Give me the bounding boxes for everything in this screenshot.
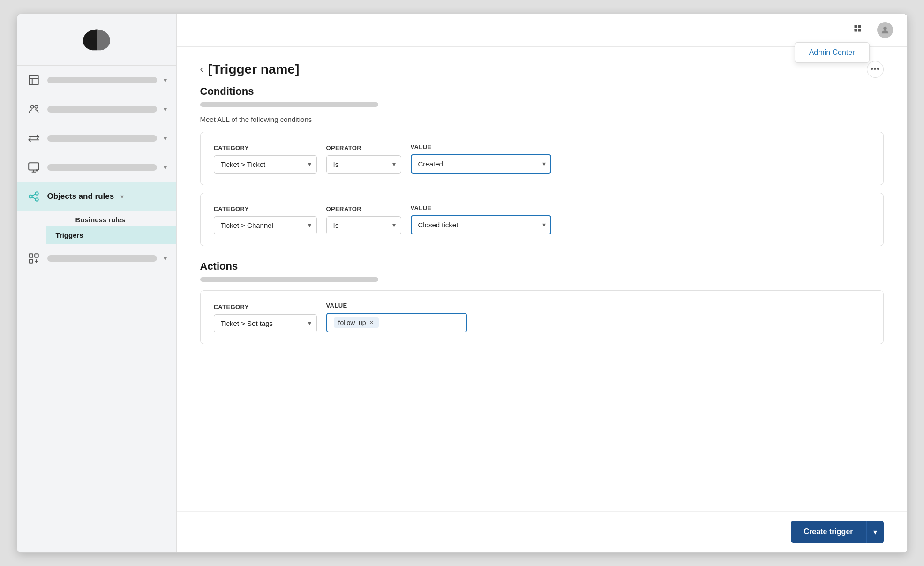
main-content: Admin Center ‹ [Trigger name] ••• Condit…: [177, 14, 907, 552]
sidebar-item-channels[interactable]: ▾: [17, 124, 176, 153]
condition-2-value-label: Value: [411, 204, 551, 211]
zendesk-logo-icon: [80, 25, 113, 53]
sidebar-item-people[interactable]: ▾: [17, 95, 176, 124]
svg-rect-17: [29, 254, 33, 257]
sidebar-people-chevron: ▾: [164, 106, 167, 113]
content-area: ‹ [Trigger name] ••• Conditions Meet ALL…: [177, 47, 907, 511]
svg-rect-8: [29, 163, 39, 170]
sidebar-workspace-label-bar: [47, 164, 157, 171]
svg-point-14: [35, 198, 38, 201]
sidebar-apps-label-bar: [47, 255, 157, 262]
condition-1-operator-label: Operator: [326, 144, 401, 151]
sidebar-channels-chevron: ▾: [164, 135, 167, 142]
more-options-button[interactable]: •••: [867, 61, 884, 78]
condition-2-category-wrapper: Ticket > Channel: [214, 216, 317, 234]
breadcrumb: ‹ [Trigger name] •••: [200, 61, 884, 78]
condition-1-category-label: Category: [214, 144, 317, 151]
grid-icon[interactable]: [851, 22, 868, 38]
conditions-subtitle: Meet ALL of the following conditions: [200, 115, 884, 123]
objects-icon: [27, 189, 41, 204]
sidebar-subnav-parent-label: Business rules: [46, 211, 176, 226]
sidebar-subitem-triggers[interactable]: Triggers: [46, 226, 176, 244]
monitor-icon: [27, 160, 41, 174]
apps-icon: [27, 251, 41, 265]
sidebar-subnav-objects: Business rules Triggers: [17, 211, 176, 244]
svg-rect-18: [35, 254, 38, 257]
condition-2-category-group: Category Ticket > Channel: [214, 205, 317, 234]
back-arrow-icon[interactable]: ‹: [200, 63, 203, 75]
sidebar-org-label-bar: [47, 77, 157, 83]
action-1-category-wrapper: Ticket > Set tags: [214, 314, 317, 332]
topbar: Admin Center: [177, 14, 907, 47]
sidebar: ▾ ▾: [17, 14, 177, 552]
action-row-1: Category Ticket > Set tags Value: [200, 290, 884, 344]
svg-point-11: [36, 169, 38, 171]
sidebar-item-objects[interactable]: Objects and rules ▾: [17, 182, 176, 211]
tag-text: follow_up: [338, 319, 366, 326]
sidebar-logo: [17, 14, 176, 66]
condition-1-operator-group: Operator Is: [326, 144, 401, 174]
condition-1-category-group: Category Ticket > Ticket: [214, 144, 317, 174]
action-1-category-group: Category Ticket > Set tags: [214, 303, 317, 332]
condition-row-2: Category Ticket > Channel Operator Is: [200, 193, 884, 246]
condition-2-value-select[interactable]: Closed ticket: [411, 215, 551, 234]
people-icon: [27, 102, 41, 116]
sidebar-people-label-bar: [47, 106, 157, 113]
condition-2-operator-wrapper: Is: [326, 216, 401, 234]
condition-1-operator-select[interactable]: Is: [326, 155, 401, 174]
action-1-value-label: Value: [326, 302, 467, 309]
condition-2-operator-label: Operator: [326, 205, 401, 212]
sidebar-item-apps[interactable]: ▾: [17, 244, 176, 273]
sidebar-workspace-chevron: ▾: [164, 164, 167, 171]
sidebar-apps-chevron: ▾: [164, 255, 167, 262]
action-1-tag-input[interactable]: follow_up ✕: [326, 313, 467, 332]
condition-1-category-wrapper: Ticket > Ticket: [214, 155, 317, 174]
svg-point-5: [35, 105, 38, 108]
admin-center-link[interactable]: Admin Center: [809, 48, 855, 56]
sidebar-item-workspace[interactable]: ▾: [17, 153, 176, 182]
user-avatar[interactable]: [877, 22, 893, 38]
conditions-section-bar: [200, 102, 378, 107]
svg-point-12: [29, 195, 32, 198]
action-1-category-label: Category: [214, 303, 317, 310]
admin-center-dropdown: Admin Center: [795, 42, 870, 63]
svg-rect-24: [854, 29, 857, 32]
condition-2-category-label: Category: [214, 205, 317, 212]
tag-remove-icon[interactable]: ✕: [369, 319, 374, 326]
svg-point-13: [35, 192, 38, 195]
condition-row-1-fields: Category Ticket > Ticket Operator Is: [214, 143, 870, 174]
svg-point-26: [883, 27, 886, 30]
condition-1-value-group: Value Created: [411, 143, 551, 174]
svg-rect-25: [858, 29, 861, 32]
svg-rect-1: [29, 75, 38, 85]
svg-rect-22: [854, 25, 857, 28]
footer: Create trigger ▾: [177, 511, 907, 552]
actions-section-title: Actions: [200, 260, 884, 272]
condition-row-1: Category Ticket > Ticket Operator Is: [200, 132, 884, 185]
create-trigger-chevron-button[interactable]: ▾: [866, 521, 884, 543]
condition-1-operator-wrapper: Is: [326, 155, 401, 174]
svg-rect-19: [29, 259, 33, 263]
action-1-category-select[interactable]: Ticket > Set tags: [214, 314, 317, 332]
condition-2-value-group: Value Closed ticket: [411, 204, 551, 234]
sidebar-item-org[interactable]: ▾: [17, 66, 176, 95]
svg-line-16: [32, 197, 35, 198]
sidebar-item-objects-label: Objects and rules: [47, 192, 114, 201]
svg-line-15: [32, 194, 35, 196]
condition-2-value-wrapper: Closed ticket: [411, 215, 551, 234]
condition-1-value-wrapper: Created: [411, 154, 551, 174]
action-1-value-group: Value follow_up ✕: [326, 302, 467, 332]
condition-1-category-select[interactable]: Ticket > Ticket: [214, 155, 317, 174]
condition-row-2-fields: Category Ticket > Channel Operator Is: [214, 204, 870, 234]
actions-section: Actions Category Ticket > Set tags: [200, 260, 884, 344]
svg-point-4: [30, 105, 34, 108]
actions-section-bar: [200, 277, 378, 282]
condition-2-category-select[interactable]: Ticket > Channel: [214, 216, 317, 234]
tag-follow-up: follow_up ✕: [334, 317, 379, 328]
action-row-1-fields: Category Ticket > Set tags Value: [214, 302, 870, 332]
sidebar-objects-chevron: ▾: [120, 193, 124, 200]
condition-1-value-label: Value: [411, 143, 551, 151]
condition-1-value-select[interactable]: Created: [411, 154, 551, 174]
create-trigger-button[interactable]: Create trigger: [791, 521, 866, 543]
condition-2-operator-select[interactable]: Is: [326, 216, 401, 234]
